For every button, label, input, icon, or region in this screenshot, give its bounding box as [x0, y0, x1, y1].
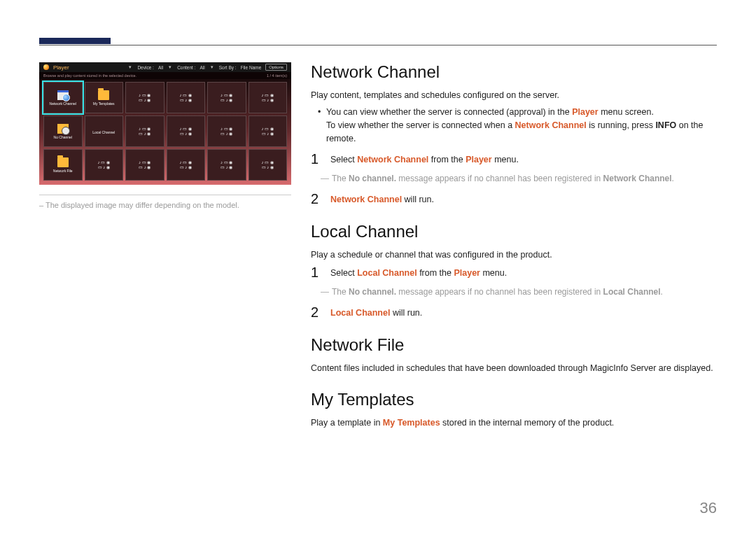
- player-tile: ♪ ▭ ◉▭ ♪ ◉: [248, 149, 288, 181]
- player-tile: ♪ ▭ ◉▭ ♪ ◉: [207, 82, 246, 113]
- player-screenshot: Player ▾ Device : All ▾ Content : All ▾ …: [39, 62, 291, 185]
- left-column: Player ▾ Device : All ▾ Content : All ▾ …: [39, 62, 291, 433]
- chevron-down-icon: ▾: [211, 64, 214, 70]
- player-tile: ♪ ▭ ◉▭ ♪ ◉: [167, 82, 206, 113]
- player-header: Player ▾ Device : All ▾ Content : All ▾ …: [39, 62, 291, 72]
- player-tile: ♪ ▭ ◉▭ ♪ ◉: [207, 149, 246, 181]
- step-number: 1: [311, 152, 321, 167]
- mt-intro: Play a template in My Templates stored i…: [311, 416, 717, 429]
- sort-label: Sort By :: [219, 65, 237, 70]
- step-number: 2: [311, 192, 321, 206]
- nc-intro: Play content, templates and schedules co…: [311, 89, 717, 101]
- player-tile: ♪ ▭ ◉▭ ♪ ◉: [167, 115, 206, 147]
- nc-note: The No channel. message appears if no ch…: [311, 172, 717, 185]
- chevron-down-icon: ▾: [169, 64, 172, 70]
- nc-bullet-1: You can view whether the server is conne…: [326, 106, 717, 145]
- player-title: Player: [53, 64, 69, 71]
- item-count: 1 / 4 item(s): [267, 73, 287, 78]
- player-tile: Network File: [43, 149, 83, 181]
- heading-local-channel: Local Channel: [311, 222, 717, 241]
- nc-step-2: 2 Network Channel will run.: [311, 192, 717, 206]
- page-number: 36: [700, 499, 717, 517]
- screenshot-footnote: – The displayed image may differ dependi…: [39, 195, 291, 209]
- chevron-down-icon: ▾: [129, 64, 132, 70]
- player-orb-icon: [43, 64, 49, 70]
- right-column: Network Channel Play content, templates …: [311, 62, 717, 433]
- player-tile: ♪ ▭ ◉▭ ♪ ◉: [85, 149, 124, 181]
- nf-intro: Content files included in schedules that…: [311, 362, 717, 374]
- player-tile: No Channel: [43, 115, 83, 147]
- content-label: Content :: [177, 65, 195, 70]
- player-subheader: Browse and play content stored in the se…: [39, 72, 291, 79]
- player-tile: ♪ ▭ ◉▭ ♪ ◉: [248, 82, 288, 113]
- device-value: All: [158, 65, 163, 70]
- player-tile: ♪ ▭ ◉▭ ♪ ◉: [167, 149, 206, 181]
- step-number: 2: [311, 305, 321, 320]
- heading-network-file: Network File: [311, 335, 717, 355]
- player-tile: ♪ ▭ ◉▭ ♪ ◉: [125, 82, 164, 113]
- term-player: Player: [572, 107, 598, 117]
- nc-step-1: 1 Select Network Channel from the Player…: [311, 152, 717, 167]
- player-tile: ♪ ▭ ◉▭ ♪ ◉: [125, 115, 164, 147]
- player-tile: Network Channel: [43, 82, 83, 113]
- lc-step-1: 1 Select Local Channel from the Player m…: [311, 265, 717, 280]
- player-tile: ♪ ▭ ◉▭ ♪ ◉: [125, 149, 164, 181]
- player-tile: My Templates: [85, 82, 124, 113]
- term-info: INFO: [655, 120, 676, 130]
- lc-note: The No channel. message appears if no ch…: [311, 286, 717, 298]
- player-tile: Local Channel: [85, 115, 124, 147]
- heading-my-templates: My Templates: [311, 390, 717, 409]
- heading-network-channel: Network Channel: [311, 62, 717, 82]
- term-network-channel: Network Channel: [515, 120, 587, 130]
- top-divider: [39, 45, 717, 45]
- step-number: 1: [311, 265, 321, 280]
- device-label: Device :: [137, 65, 153, 70]
- content-value: All: [200, 65, 205, 70]
- lc-step-2: 2 Local Channel will run.: [311, 305, 717, 320]
- accent-bar: [39, 38, 111, 44]
- options-button: Options: [265, 64, 287, 71]
- player-tile: ♪ ▭ ◉▭ ♪ ◉: [248, 115, 288, 147]
- browse-text: Browse and play content stored in the se…: [43, 73, 136, 78]
- player-grid: Network ChannelMy Templates♪ ▭ ◉▭ ♪ ◉♪ ▭…: [39, 79, 291, 185]
- sort-value: File Name: [241, 65, 262, 70]
- lc-intro: Play a schedule or channel that was conf…: [311, 248, 717, 261]
- player-tile: ♪ ▭ ◉▭ ♪ ◉: [207, 115, 246, 147]
